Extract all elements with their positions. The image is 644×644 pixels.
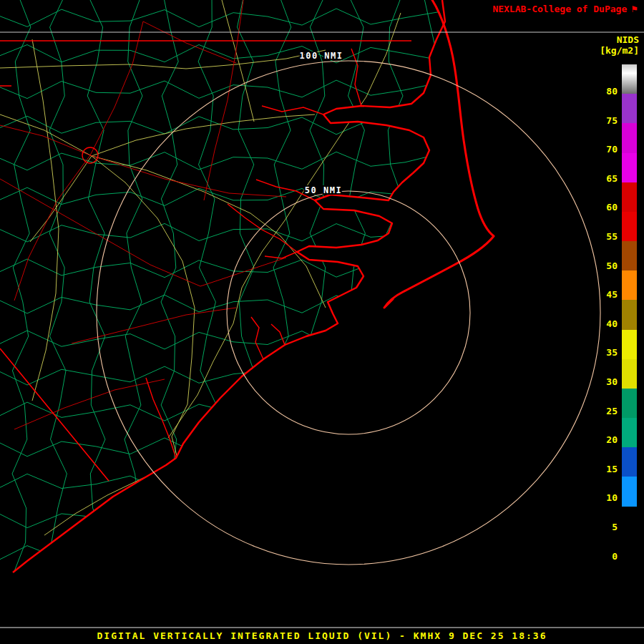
cod-logo-icon: ⚑ xyxy=(630,4,638,14)
range-ring-inner-label: 50 NMI xyxy=(305,185,342,195)
colorbar-cell-10-15 xyxy=(622,477,637,506)
colorbar-tick-65: 65 xyxy=(606,173,618,182)
colorbar-cell-50-55 xyxy=(622,241,637,270)
county-line xyxy=(0,331,439,349)
county-line xyxy=(12,0,31,577)
county-line xyxy=(0,187,439,205)
outer-banks-path xyxy=(384,0,494,308)
county-line xyxy=(0,402,439,421)
county-line xyxy=(0,438,439,457)
colorbar-cell-30-35 xyxy=(622,359,637,389)
highways-yellow-path xyxy=(0,0,401,535)
attribution: NEXLAB-College of DuPage⚑ xyxy=(492,4,638,14)
colorbar-tick-60: 60 xyxy=(606,203,618,212)
range-ring-outer-label: 100 NMI xyxy=(299,51,343,61)
colorbar-cell-60-65 xyxy=(622,182,637,212)
colorbar-units: [kg/m2] xyxy=(600,46,639,57)
colorbar-tick-0: 0 xyxy=(612,551,618,560)
colorbar-ticks: 80757065605550454035302520151050 xyxy=(593,64,618,565)
colorbar-cell-70-75 xyxy=(622,123,637,152)
colorbar-tick-35: 35 xyxy=(606,348,618,357)
radar-map-svg: 50 NMI 100 NMI xyxy=(0,0,644,644)
colorbar-tick-40: 40 xyxy=(606,318,618,328)
county-line xyxy=(0,259,439,278)
colorbar-cell-25-30 xyxy=(622,389,637,418)
highways-red-path xyxy=(0,0,286,429)
colorbar-cell-0-5 xyxy=(622,536,637,565)
colorbar-tick-50: 50 xyxy=(606,260,618,270)
colorbar-tick-70: 70 xyxy=(606,145,618,154)
roads-group xyxy=(0,0,401,535)
attribution-text: NEXLAB-College of DuPage xyxy=(492,4,627,14)
county-line xyxy=(310,0,328,577)
county-line xyxy=(0,80,439,99)
colorbar-cell-20-25 xyxy=(622,418,637,447)
county-line xyxy=(384,0,403,577)
colorbar xyxy=(622,64,637,565)
colorbar-tick-30: 30 xyxy=(606,377,618,386)
colorbar-title-block: NIDS [kg/m2] xyxy=(600,35,639,57)
county-line xyxy=(0,9,439,27)
colorbar-tick-20: 20 xyxy=(606,435,618,444)
colorbar-title: NIDS xyxy=(600,35,639,46)
county-line xyxy=(0,545,439,564)
county-line xyxy=(421,0,439,577)
county-line xyxy=(198,0,217,577)
county-line xyxy=(87,0,105,577)
county-line xyxy=(0,295,439,313)
colorbar-tick-10: 10 xyxy=(606,493,618,502)
colorbar-tick-5: 5 xyxy=(612,522,618,532)
colorbar-tick-80: 80 xyxy=(606,87,618,96)
colorbar-cell-40-45 xyxy=(622,300,637,329)
county-line xyxy=(0,509,439,528)
county-line xyxy=(0,45,439,63)
colorbar-tick-15: 15 xyxy=(606,464,618,473)
county-line xyxy=(124,0,142,577)
colorbar-tick-75: 75 xyxy=(606,115,618,125)
colorbar-cell-5-10 xyxy=(622,507,637,536)
colorbar-cell-80+ xyxy=(622,64,637,94)
colorbar-cell-55-60 xyxy=(622,212,637,241)
county-line xyxy=(273,0,291,577)
colorbar-cell-45-50 xyxy=(622,270,637,300)
colorbar-cell-65-70 xyxy=(622,153,637,182)
county-line xyxy=(0,152,439,170)
range-ring-outer xyxy=(97,61,600,565)
range-ring-inner xyxy=(227,191,470,434)
product-title: DIGITAL VERTICALLY INTEGRATED LIQUID (VI… xyxy=(0,630,644,641)
colorbar-cell-75-80 xyxy=(622,94,637,123)
colorbar-cell-35-40 xyxy=(622,330,637,359)
county-lines-group xyxy=(0,0,439,577)
county-line xyxy=(0,366,439,385)
colorbar-tick-45: 45 xyxy=(606,290,618,299)
county-line xyxy=(49,0,67,577)
colorbar-tick-25: 25 xyxy=(606,406,618,415)
county-line xyxy=(0,223,439,242)
colorbar-tick-55: 55 xyxy=(606,232,618,241)
radar-display: 50 NMI 100 NMI NEXLAB-College of DuPage⚑… xyxy=(0,0,644,644)
colorbar-cell-15-20 xyxy=(622,447,637,477)
